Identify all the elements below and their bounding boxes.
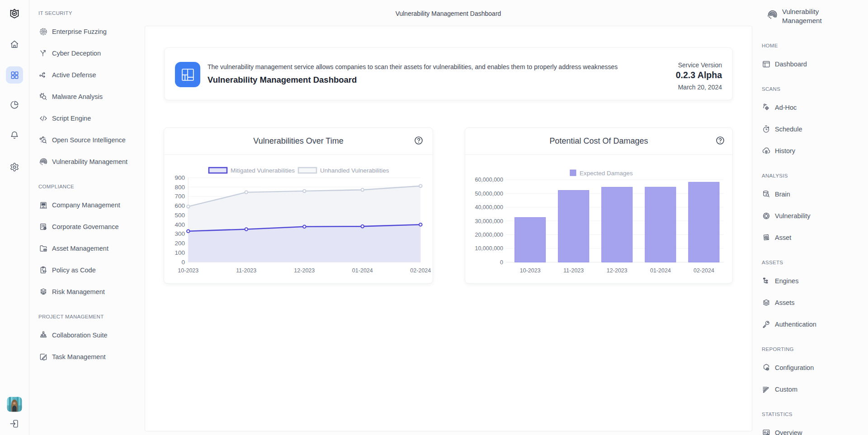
svg-text:100: 100 — [175, 249, 185, 256]
svg-text:12-2023: 12-2023 — [294, 267, 315, 274]
svg-text:50,000,000: 50,000,000 — [475, 191, 503, 197]
svg-text:02-2024: 02-2024 — [693, 267, 714, 274]
svg-text:10-2023: 10-2023 — [520, 267, 541, 274]
svg-text:11-2023: 11-2023 — [563, 267, 584, 274]
svg-text:10-2023: 10-2023 — [178, 267, 198, 274]
svg-text:700: 700 — [175, 193, 185, 200]
svg-text:800: 800 — [175, 184, 185, 191]
svg-text:Unhandled Vulnerabilities: Unhandled Vulnerabilities — [320, 167, 389, 174]
svg-text:60,000,000: 60,000,000 — [475, 177, 503, 183]
svg-text:20,000,000: 20,000,000 — [475, 232, 503, 238]
svg-text:11-2023: 11-2023 — [236, 267, 256, 274]
svg-text:200: 200 — [175, 240, 185, 247]
svg-text:400: 400 — [175, 221, 185, 228]
svg-text:300: 300 — [175, 230, 185, 237]
svg-text:Mitigated Vulnerabilities: Mitigated Vulnerabilities — [231, 167, 295, 174]
svg-text:01-2024: 01-2024 — [650, 267, 671, 274]
svg-text:0: 0 — [500, 259, 503, 266]
svg-text:30,000,000: 30,000,000 — [475, 218, 503, 225]
svg-text:10,000,000: 10,000,000 — [475, 245, 503, 252]
svg-text:40,000,000: 40,000,000 — [475, 204, 503, 210]
svg-text:01-2024: 01-2024 — [352, 267, 373, 274]
svg-text:Expected Damages: Expected Damages — [580, 170, 633, 177]
svg-text:0: 0 — [181, 259, 185, 266]
svg-text:12-2023: 12-2023 — [607, 267, 627, 274]
svg-text:900: 900 — [175, 174, 185, 181]
svg-text:500: 500 — [175, 212, 185, 219]
svg-text:02-2024: 02-2024 — [410, 267, 431, 274]
svg-text:600: 600 — [175, 202, 185, 209]
